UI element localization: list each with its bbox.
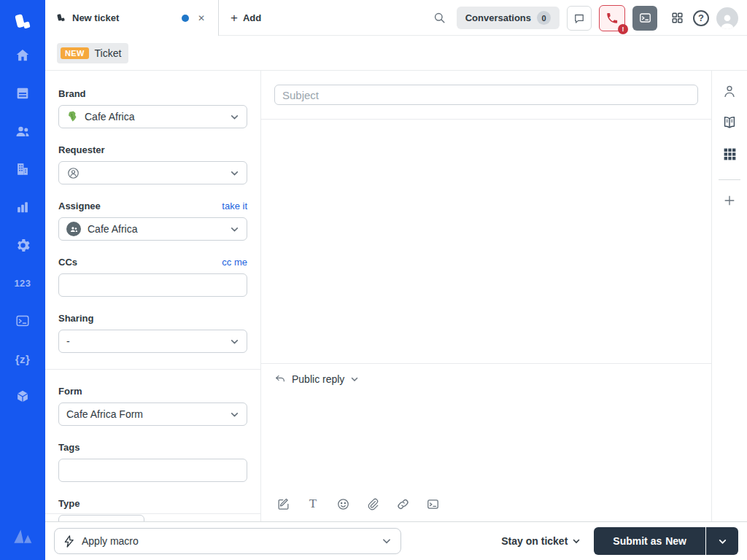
phone-icon — [605, 12, 619, 25]
add-panel-button[interactable] — [719, 190, 740, 211]
reporting-icon — [15, 199, 31, 215]
emoji-button[interactable] — [336, 497, 350, 511]
type-select[interactable]: - — [58, 515, 144, 521]
search-icon — [433, 11, 446, 25]
top-toolbar: Conversations 0 ! — [430, 0, 738, 36]
organizations-icon — [15, 161, 31, 177]
link-button[interactable] — [395, 497, 410, 511]
brand-africa-icon — [66, 111, 78, 122]
phone-alert-badge: ! — [618, 24, 628, 34]
nav-views[interactable] — [0, 74, 45, 112]
sharing-value: - — [66, 335, 70, 347]
conversations-label: Conversations — [465, 12, 531, 23]
zendesk-logo — [8, 7, 37, 36]
stay-on-ticket-button[interactable]: Stay on ticket — [501, 535, 581, 547]
assignee-label: Assignee — [58, 201, 101, 211]
take-it-link[interactable]: take it — [222, 201, 247, 211]
brand-select[interactable]: Cafe Africa — [58, 105, 247, 128]
nav-talk-numbers[interactable]: 123 — [0, 264, 45, 302]
tab-title: New ticket — [72, 12, 119, 23]
nav-organizations[interactable] — [0, 150, 45, 188]
tags-input[interactable] — [66, 464, 239, 476]
conversation-body[interactable] — [261, 120, 711, 364]
zis-icon: {z} — [15, 353, 31, 365]
talk-phone-button[interactable]: ! — [599, 5, 625, 31]
nav-integrations[interactable]: {z} — [0, 340, 45, 378]
close-tab-icon[interactable]: ✕ — [195, 12, 208, 25]
link-icon — [396, 497, 410, 511]
reply-text-area[interactable] — [261, 385, 711, 497]
ccs-field: CCs cc me — [58, 257, 247, 297]
conversations-button[interactable]: Conversations 0 — [457, 7, 560, 29]
nav-dev-tools[interactable] — [0, 302, 45, 340]
type-field: Type - — [58, 498, 247, 521]
book-icon — [721, 114, 738, 131]
nav-customers[interactable] — [0, 112, 45, 150]
nav-sandbox[interactable] — [0, 378, 45, 416]
form-select[interactable]: Cafe Africa Form — [58, 402, 247, 426]
group-people-icon — [69, 225, 79, 234]
top-bar: New ticket ✕ + Add Conversations 0 — [45, 0, 747, 71]
nav-home[interactable] — [0, 36, 45, 74]
form-field: Form Cafe Africa Form — [58, 386, 247, 426]
person-circle-icon — [66, 166, 80, 180]
ticket-tab-icon — [55, 12, 66, 23]
panel-bottom-divider — [45, 513, 261, 514]
gear-icon — [15, 237, 31, 254]
apps-panel-button[interactable] — [719, 144, 740, 164]
search-button[interactable] — [430, 8, 449, 28]
chat-button[interactable] — [567, 6, 592, 31]
sharing-field: Sharing - — [58, 313, 247, 353]
knowledge-button[interactable] — [719, 112, 740, 133]
rail-divider — [719, 179, 740, 180]
nav-admin[interactable] — [0, 226, 45, 264]
status-badge: NEW — [61, 47, 89, 59]
add-tab-button[interactable]: + Add — [231, 0, 261, 35]
product-nav: 123 {z} — [0, 0, 45, 560]
attachment-button[interactable] — [365, 497, 380, 511]
tab-strip: New ticket ✕ + Add Conversations 0 — [45, 0, 747, 36]
help-button[interactable]: ? — [693, 10, 709, 26]
ccs-input[interactable] — [66, 279, 239, 291]
submit-options-button[interactable] — [706, 527, 738, 555]
cube-icon — [15, 389, 31, 405]
tab-new-ticket[interactable]: New ticket ✕ — [45, 0, 219, 36]
reply-editor-section: Public reply T — [261, 364, 711, 521]
assignee-select[interactable]: Cafe Africa — [58, 217, 247, 241]
grid-apps-icon — [670, 11, 684, 25]
requester-field: Requester — [58, 144, 247, 184]
zendesk-wordmark-logo — [11, 526, 34, 548]
ticket-footer: Apply macro Stay on ticket Submit as New — [45, 521, 747, 560]
app-shortcuts-button[interactable] — [425, 497, 440, 511]
requester-select[interactable] — [58, 161, 247, 184]
rich-text-button[interactable] — [276, 497, 290, 511]
breadcrumb-row: NEW Ticket — [45, 36, 747, 71]
customers-icon — [14, 122, 31, 140]
apps-switcher-button[interactable] — [669, 9, 686, 26]
submit-button-group: Submit as New — [594, 527, 738, 555]
console-button[interactable] — [632, 6, 657, 31]
customer-context-button[interactable] — [719, 81, 740, 101]
chevron-down-icon — [350, 375, 359, 384]
sharing-select[interactable]: - — [58, 330, 247, 353]
chevron-down-icon — [230, 112, 239, 122]
reply-channel-selector[interactable]: Public reply — [261, 364, 372, 385]
subject-input[interactable] — [274, 85, 698, 105]
chat-bubble-icon — [573, 12, 586, 25]
zendesk-z-icon — [11, 526, 34, 545]
plus-icon — [722, 193, 737, 208]
context-panel-rail — [711, 71, 747, 521]
ticket-compose-area: Public reply T — [261, 71, 711, 521]
user-avatar[interactable] — [716, 7, 738, 29]
chevron-down-icon — [230, 410, 239, 419]
compose-pen-icon — [276, 497, 290, 511]
nav-reporting[interactable] — [0, 188, 45, 226]
cc-me-link[interactable]: cc me — [222, 257, 247, 268]
apply-macro-combobox[interactable]: Apply macro — [54, 528, 401, 554]
grid-3x3-icon — [722, 147, 738, 162]
unsaved-indicator-dot — [182, 15, 189, 22]
text-format-button[interactable]: T — [306, 497, 320, 511]
chevron-down-icon — [382, 536, 392, 546]
submit-as-new-button[interactable]: Submit as New — [594, 527, 705, 555]
sharing-label: Sharing — [58, 313, 93, 324]
